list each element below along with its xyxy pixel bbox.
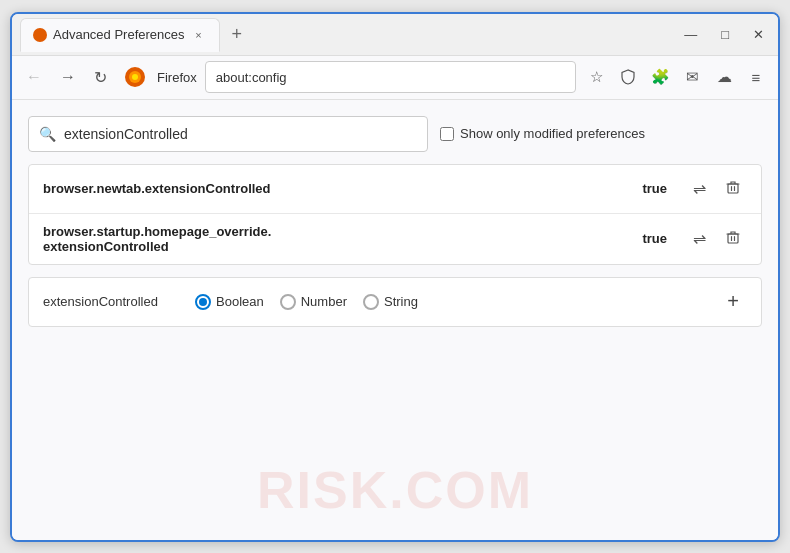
- search-row: 🔍 Show only modified preferences: [28, 116, 762, 152]
- pref-name-1: browser.newtab.extensionControlled: [43, 181, 632, 196]
- tab-close-button[interactable]: ×: [191, 27, 207, 43]
- search-icon: 🔍: [39, 126, 56, 142]
- arrows-icon-2: ⇌: [693, 229, 706, 248]
- url-bar[interactable]: [205, 61, 576, 93]
- show-modified-label[interactable]: Show only modified preferences: [440, 126, 645, 141]
- boolean-radio-label[interactable]: Boolean: [195, 294, 264, 310]
- new-preference-row: extensionControlled Boolean Number Strin…: [28, 277, 762, 327]
- boolean-radio-text: Boolean: [216, 294, 264, 309]
- preferences-table: browser.newtab.extensionControlled true …: [28, 164, 762, 265]
- svg-rect-3: [728, 184, 738, 193]
- trash-icon-2: [725, 229, 741, 249]
- menu-icon[interactable]: ≡: [742, 63, 770, 91]
- table-row: browser.newtab.extensionControlled true …: [29, 165, 761, 214]
- close-button[interactable]: ✕: [747, 25, 770, 44]
- minimize-button[interactable]: —: [678, 25, 703, 44]
- boolean-radio-circle[interactable]: [195, 294, 211, 310]
- radio-group: Boolean Number String: [195, 294, 707, 310]
- pref-actions-2: ⇌: [685, 225, 747, 253]
- browser-tab[interactable]: Advanced Preferences ×: [20, 18, 220, 52]
- firefox-logo-icon: [123, 65, 147, 89]
- trash-icon-1: [725, 179, 741, 199]
- content-area: RISK.COM 🔍 Show only modified preference…: [12, 100, 778, 540]
- svg-rect-4: [728, 234, 738, 243]
- string-radio-text: String: [384, 294, 418, 309]
- svg-point-2: [132, 74, 138, 80]
- pref-name-2: browser.startup.homepage_override. exten…: [43, 224, 632, 254]
- search-box: 🔍: [28, 116, 428, 152]
- show-modified-text: Show only modified preferences: [460, 126, 645, 141]
- delete-button-2[interactable]: [719, 225, 747, 253]
- forward-button[interactable]: →: [54, 64, 82, 90]
- title-bar: Advanced Preferences × + — □ ✕: [12, 14, 778, 56]
- pref-name-2-line2: extensionControlled: [43, 239, 169, 254]
- extension-icon[interactable]: 🧩: [646, 63, 674, 91]
- show-modified-checkbox[interactable]: [440, 127, 454, 141]
- pref-value-1: true: [642, 181, 667, 196]
- number-radio-label[interactable]: Number: [280, 294, 347, 310]
- bookmark-icon[interactable]: ☆: [582, 63, 610, 91]
- string-radio-circle[interactable]: [363, 294, 379, 310]
- tab-title: Advanced Preferences: [53, 27, 185, 42]
- reset-button-2[interactable]: ⇌: [685, 225, 713, 253]
- number-radio-circle[interactable]: [280, 294, 296, 310]
- nav-bar: ← → ↻ Firefox ☆ 🧩 ✉ ☁ ≡: [12, 56, 778, 100]
- nav-icons: ☆ 🧩 ✉ ☁ ≡: [582, 63, 770, 91]
- pref-name-2-line1: browser.startup.homepage_override.: [43, 224, 271, 239]
- reset-button-1[interactable]: ⇌: [685, 175, 713, 203]
- shield-icon: [614, 63, 642, 91]
- add-preference-button[interactable]: +: [719, 288, 747, 316]
- history-icon[interactable]: ☁: [710, 63, 738, 91]
- tab-favicon: [33, 28, 47, 42]
- number-radio-text: Number: [301, 294, 347, 309]
- watermark: RISK.COM: [257, 460, 533, 520]
- window-controls: — □ ✕: [678, 25, 770, 44]
- reload-button[interactable]: ↻: [88, 64, 113, 91]
- browser-window: Advanced Preferences × + — □ ✕ ← → ↻ Fir…: [10, 12, 780, 542]
- arrows-icon-1: ⇌: [693, 179, 706, 198]
- new-tab-button[interactable]: +: [224, 20, 251, 49]
- pref-value-2: true: [642, 231, 667, 246]
- search-input[interactable]: [64, 126, 417, 142]
- new-pref-name: extensionControlled: [43, 294, 183, 309]
- back-button[interactable]: ←: [20, 64, 48, 90]
- pref-actions-1: ⇌: [685, 175, 747, 203]
- mail-icon[interactable]: ✉: [678, 63, 706, 91]
- delete-button-1[interactable]: [719, 175, 747, 203]
- maximize-button[interactable]: □: [715, 25, 735, 44]
- string-radio-label[interactable]: String: [363, 294, 418, 310]
- firefox-label: Firefox: [157, 70, 197, 85]
- table-row: browser.startup.homepage_override. exten…: [29, 214, 761, 264]
